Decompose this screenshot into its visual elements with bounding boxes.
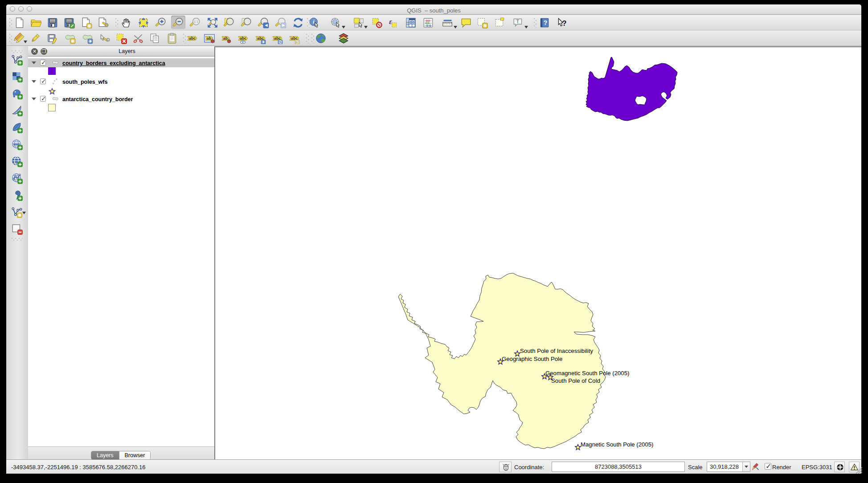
- svg-text:Magnetic South Pole (2005): Magnetic South Pole (2005): [581, 441, 653, 448]
- svg-text:Geomagnetic South Pole (2005): Geomagnetic South Pole (2005): [545, 370, 629, 377]
- svg-text:South Pole of Cold: South Pole of Cold: [551, 377, 600, 384]
- svg-text:Geographic South Pole: Geographic South Pole: [502, 356, 562, 362]
- svg-text:South Pole of Inaccessibility: South Pole of Inaccessibility: [520, 348, 594, 354]
